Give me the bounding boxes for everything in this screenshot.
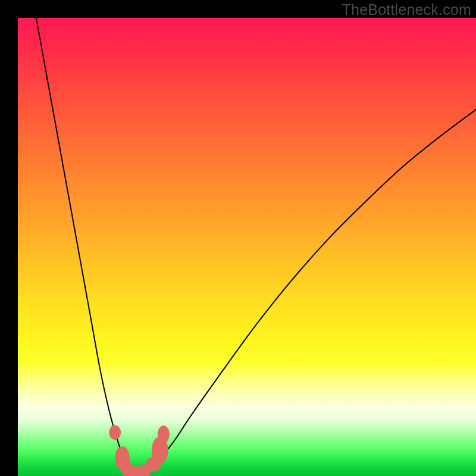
- chart-svg: [18, 18, 476, 476]
- data-marker: [109, 425, 121, 440]
- plot-area: [18, 18, 476, 476]
- watermark-text: TheBottleneck.com: [342, 1, 471, 18]
- bottleneck-curve: [36, 18, 476, 474]
- chart-frame: TheBottleneck.com: [0, 0, 476, 476]
- curve-markers: [109, 425, 170, 476]
- data-marker: [158, 425, 170, 443]
